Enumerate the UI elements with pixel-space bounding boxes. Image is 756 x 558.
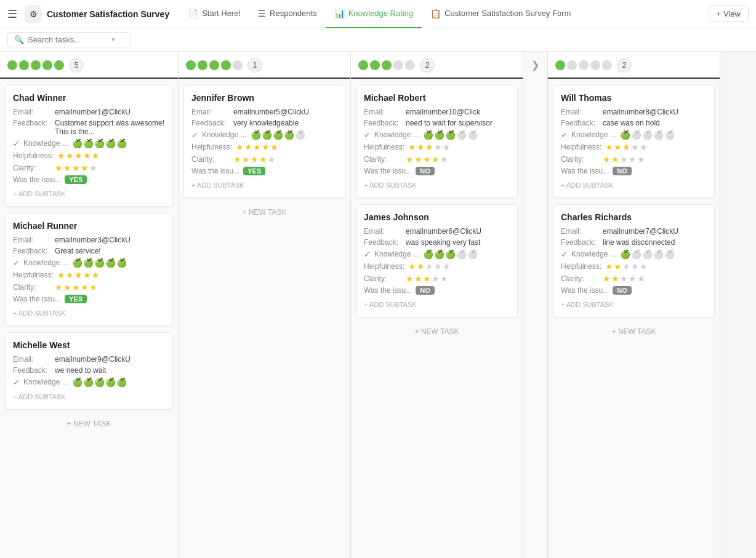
clarity-label: Clarity:: [561, 274, 599, 283]
feedback-label: Feedback:: [364, 119, 402, 127]
email-label: Email:: [561, 227, 599, 236]
card-title: Charles Richards: [561, 212, 707, 222]
email-label: Email:: [13, 355, 51, 364]
email-value: emailnumber7@ClickU: [603, 227, 678, 236]
check-icon: ✓: [364, 130, 371, 140]
hamburger-icon[interactable]: ☰: [7, 7, 17, 21]
knowledge-label: Knowledge ...: [571, 250, 616, 258]
nav-tab-label-form: Customer Satisfaction Survey Form: [444, 9, 571, 18]
count-badge: 1: [247, 58, 262, 73]
add-subtask-button[interactable]: + ADD SUBTASK: [13, 186, 165, 199]
add-subtask-button[interactable]: + ADD SUBTASK: [364, 297, 510, 309]
email-label: Email:: [561, 108, 599, 116]
card-title: Will Thomas: [561, 93, 707, 103]
task-card: Michael Robert Email: emailnumber10@Clic…: [356, 85, 518, 198]
card-title: James Johnson: [364, 212, 510, 222]
helpfulness-label: Helpfulness:: [364, 143, 404, 151]
column-header-col3: 2: [351, 52, 523, 79]
search-icon: 🔍: [14, 35, 24, 44]
column-body-col5: Chad Winner Email: emailnumber1@ClickU F…: [0, 79, 178, 558]
add-subtask-button[interactable]: + ADD SUBTASK: [561, 178, 707, 190]
add-subtask-button[interactable]: + ADD SUBTASK: [13, 306, 165, 318]
column-expand[interactable]: ❯: [523, 52, 548, 558]
helpfulness-label: Helpfulness:: [561, 143, 601, 151]
nav-tab-knowledge[interactable]: 📊Knowledge Rating: [326, 0, 422, 28]
check-icon: ✓: [13, 378, 20, 387]
task-card: Michelle West Email: emailnumber9@ClickU…: [5, 332, 173, 410]
feedback-value: line was disconnected: [603, 238, 675, 247]
top-bar: ☰ ⚙ Customer Satisfaction Survey 📄Start …: [0, 0, 756, 28]
nav-tab-respondents[interactable]: ☰Respondents: [249, 0, 326, 28]
email-value: emailnumber3@ClickU: [55, 236, 131, 244]
new-task-button[interactable]: + NEW TASK: [183, 204, 345, 220]
clarity-label: Clarity:: [364, 155, 402, 164]
email-label: Email:: [364, 108, 402, 116]
knowledge-label: Knowledge ...: [374, 130, 419, 139]
card-title: Michael Robert: [364, 93, 510, 103]
add-subtask-button[interactable]: + ADD SUBTASK: [364, 178, 510, 190]
task-card: Chad Winner Email: emailnumber1@ClickU F…: [5, 85, 173, 207]
clarity-label: Clarity:: [364, 274, 402, 283]
new-task-button[interactable]: + NEW TASK: [356, 324, 518, 340]
card-title: Jennifer Brown: [191, 93, 337, 103]
helpfulness-label: Helpfulness:: [364, 262, 404, 271]
new-task-button[interactable]: + NEW TASK: [553, 324, 715, 340]
search-input[interactable]: [28, 35, 108, 44]
clarity-label: Clarity:: [13, 283, 51, 292]
nav-tab-form[interactable]: 📋Customer Satisfaction Survey Form: [422, 0, 579, 28]
nav-tab-start[interactable]: 📄Start Here!: [179, 0, 249, 28]
task-card: Charles Richards Email: emailnumber7@Cli…: [553, 204, 715, 317]
task-card: Will Thomas Email: emailnumber8@ClickU F…: [553, 85, 715, 198]
feedback-value: was speaking very fast: [406, 238, 480, 247]
email-label: Email:: [13, 108, 51, 116]
email-label: Email:: [13, 236, 51, 244]
column-header-col1: 2: [548, 52, 720, 79]
feedback-value: need to wait for supervisor: [406, 119, 493, 127]
card-title: Michael Runner: [13, 221, 165, 231]
view-button[interactable]: + View: [709, 6, 749, 22]
helpfulness-label: Helpfulness:: [13, 271, 54, 279]
card-title: Michelle West: [13, 340, 165, 350]
email-value: emailnumber1@ClickU: [55, 108, 131, 116]
count-badge: 2: [617, 58, 632, 73]
knowledge-icon: 📊: [334, 9, 345, 18]
chevron-down-icon[interactable]: ▾: [111, 36, 115, 44]
card-title: Chad Winner: [13, 93, 165, 103]
knowledge-label: Knowledge ...: [571, 130, 616, 139]
add-subtask-button[interactable]: + ADD SUBTASK: [561, 297, 707, 309]
add-subtask-button[interactable]: + ADD SUBTASK: [13, 389, 165, 402]
add-subtask-button[interactable]: + ADD SUBTASK: [191, 178, 337, 190]
email-value: emailnumber9@ClickU: [55, 355, 131, 364]
column-body-col4: Jennifer Brown Email: emailnumber5@Click…: [179, 79, 350, 558]
check-icon: ✓: [561, 250, 568, 259]
feedback-label: Feedback:: [561, 238, 599, 247]
feedback-value: Customer support was awesome! This is th…: [55, 119, 165, 136]
check-icon: ✓: [13, 139, 20, 148]
clarity-label: Clarity:: [13, 164, 51, 172]
app-icon: ⚙: [25, 6, 42, 23]
issue-label: Was the issu...: [13, 295, 61, 303]
feedback-label: Feedback:: [191, 119, 230, 127]
task-card: James Johnson Email: emailnumber6@ClickU…: [356, 204, 518, 317]
feedback-label: Feedback:: [13, 366, 51, 375]
nav-tab-label-respondents: Respondents: [270, 9, 317, 18]
helpfulness-label: Helpfulness:: [191, 143, 232, 151]
issue-label: Was the issu...: [13, 175, 61, 184]
start-icon: 📄: [188, 9, 198, 18]
email-value: emailnumber10@Click: [406, 108, 480, 116]
column-header-col5: 5: [0, 52, 178, 79]
issue-label: Was the issu...: [561, 167, 609, 175]
email-label: Email:: [191, 108, 230, 116]
feedback-label: Feedback:: [561, 119, 599, 127]
knowledge-label: Knowledge ...: [23, 139, 68, 148]
knowledge-label: Knowledge ...: [23, 378, 68, 386]
feedback-value: case was on hold: [603, 119, 660, 127]
issue-label: Was the issu...: [191, 167, 239, 175]
issue-label: Was the issu...: [561, 286, 609, 295]
nav-tabs: 📄Start Here!☰Respondents📊Knowledge Ratin…: [179, 0, 579, 28]
column-header-col4: 1: [179, 52, 350, 79]
issue-label: Was the issu...: [364, 286, 412, 295]
expand-icon[interactable]: ❯: [531, 59, 539, 71]
knowledge-label: Knowledge ...: [23, 258, 68, 267]
new-task-button[interactable]: + NEW TASK: [5, 416, 173, 432]
